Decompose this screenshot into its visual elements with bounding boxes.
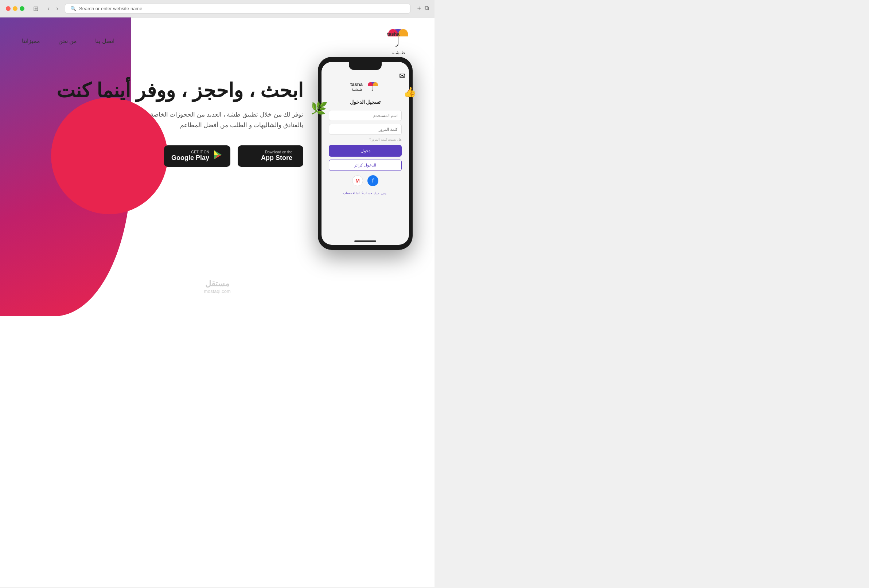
phone-logo-svg (366, 80, 380, 93)
phone-password-input[interactable] (329, 124, 402, 135)
svg-text:tasha: tasha (387, 31, 400, 37)
close-button[interactable] (6, 6, 10, 11)
logo-arabic-text: طـشـة (391, 50, 405, 55)
back-button[interactable]: ‹ (45, 4, 52, 13)
nav-features[interactable]: مميزاتنا (22, 37, 40, 44)
new-tab-icon[interactable]: + (417, 5, 421, 12)
phone-logo-area: tasha طـشـة (350, 80, 380, 93)
facebook-login-icon[interactable]: f (368, 175, 378, 186)
google-play-small-text: GET IT ON (171, 150, 209, 154)
address-bar[interactable]: 🔍 Search or enter website name (65, 4, 411, 13)
address-text: Search or enter website name (79, 6, 142, 11)
phone-logo-arabic: طـشـة (351, 87, 363, 92)
app-buttons: Download on the App Store (22, 145, 303, 167)
phone-guest-button[interactable]: الدخول كزائر (329, 160, 402, 171)
phone-social-buttons: f M (352, 175, 378, 186)
phone-username-input[interactable] (329, 110, 402, 121)
deco-hand-left: 🌿 (310, 99, 328, 117)
phone-home-bar (354, 240, 376, 242)
hero-content: ابحث ، واحجز ، ووفر أينما كنت نوفر لك من… (22, 64, 303, 167)
phone-login-button[interactable]: دخول (329, 145, 402, 157)
browser-actions: + ⧉ (417, 5, 429, 12)
deco-hand-right: 👍 (403, 86, 416, 98)
browser-nav: ‹ › (45, 4, 61, 13)
sidebar-toggle-icon[interactable]: ⊞ (33, 5, 39, 13)
logo-area: tasha طـشـة (384, 26, 413, 55)
google-play-text: GET IT ON Google Play (171, 150, 209, 162)
forward-button[interactable]: › (54, 4, 61, 13)
search-icon: 🔍 (70, 6, 76, 11)
nav-about[interactable]: من نحن (58, 37, 77, 44)
google-play-button[interactable]: GET IT ON Google Play (164, 145, 230, 167)
phone-login-title: تسجيل الدخول (350, 99, 381, 105)
footer-watermark: مستقل mostaql.com (0, 272, 434, 301)
google-play-icon (213, 150, 223, 163)
google-login-icon[interactable]: M (352, 175, 363, 186)
browser-chrome: ⊞ ‹ › 🔍 Search or enter website name + ⧉ (0, 0, 434, 18)
phone-outer: tasha طـشـة تسجيل الدخول هل نسيت كلمة ال… (318, 57, 413, 250)
phone-mockup: 🌿 👍 ✉ tash (318, 57, 413, 250)
hero-title: ابحث ، واحجز ، ووفر أينما كنت (22, 79, 303, 102)
watermark-arabic: مستقل (7, 279, 427, 289)
nav-links: اتصل بنا من نحن مميزاتنا (22, 37, 114, 44)
phone-signup-link[interactable]: انشاء حساب (343, 191, 361, 195)
page-content: tasha طـشـة اتصل بنا من نحن مميزاتنا 🌿 👍… (0, 18, 434, 587)
hero-section: 🌿 👍 ✉ tash (0, 64, 434, 272)
phone-forgot-password[interactable]: هل نسيت كلمة المرور؟ (369, 138, 402, 141)
app-store-large-text: App Store (261, 154, 292, 162)
app-store-text: Download on the App Store (261, 150, 292, 162)
traffic-lights (6, 6, 24, 11)
navbar: tasha طـشـة اتصل بنا من نحن مميزاتنا (0, 18, 434, 64)
maximize-button[interactable] (20, 6, 24, 11)
tabs-icon[interactable]: ⧉ (425, 5, 429, 12)
hero-subtitle: نوفر لك من خلال تطبيق طشة ، العديد من ال… (22, 110, 303, 131)
app-store-small-text: Download on the (261, 150, 292, 154)
phone-signup-text: ليس لديك حساب؟ انشاء حساب (343, 191, 387, 195)
deco-paper: ✉ (399, 71, 405, 80)
minimize-button[interactable] (13, 6, 18, 11)
google-play-large-text: Google Play (171, 154, 209, 162)
logo-svg: tasha (384, 26, 413, 50)
nav-contact[interactable]: اتصل بنا (95, 37, 114, 44)
app-store-button[interactable]: Download on the App Store (238, 145, 303, 167)
watermark-url: mostaql.com (7, 289, 427, 294)
phone-screen: tasha طـشـة تسجيل الدخول هل نسيت كلمة ال… (322, 62, 409, 245)
